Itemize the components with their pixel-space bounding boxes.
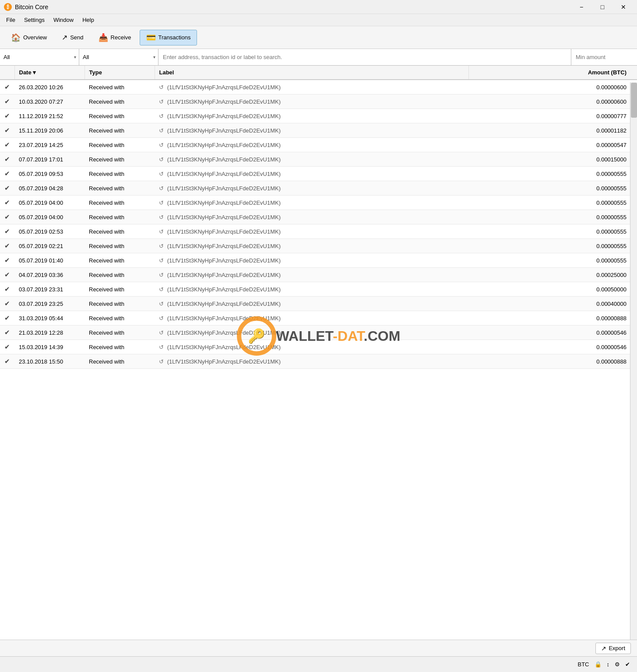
label-icon: ↺ — [159, 84, 164, 91]
table-row[interactable]: ✔ 03.07.2019 23:31 Received with ↺ (1LfV… — [0, 282, 637, 297]
label-address: (1LfV1tSt3KNyHpFJnAzrqsLFdeD2EvU1MK) — [167, 329, 281, 336]
row-label: ↺ (1LfV1tSt3KNyHpFJnAzrqsLFdeD2EvU1MK) — [155, 282, 468, 297]
row-type: Received with — [84, 210, 155, 224]
row-label: ↺ (1LfV1tSt3KNyHpFJnAzrqsLFdeD2EvU1MK) — [155, 268, 468, 282]
main-content: All ▾ All ▾ Date ▾ Type Label Amount (BT… — [0, 49, 637, 672]
close-button[interactable]: ✕ — [613, 0, 633, 14]
row-check: ✔ — [0, 326, 14, 340]
label-icon: ↺ — [159, 286, 164, 293]
table-row[interactable]: ✔ 05.07.2019 02:53 Received with ↺ (1LfV… — [0, 224, 637, 239]
row-label: ↺ (1LfV1tSt3KNyHpFJnAzrqsLFdeD2EvU1MK) — [155, 253, 468, 268]
row-date: 15.03.2019 14:39 — [14, 340, 84, 354]
row-label: ↺ (1LfV1tSt3KNyHpFJnAzrqsLFdeD2EvU1MK) — [155, 80, 468, 94]
search-input[interactable] — [158, 49, 571, 65]
row-check: ✔ — [0, 181, 14, 196]
row-amount: 0.00000777 — [468, 109, 637, 123]
table-row[interactable]: ✔ 15.03.2019 14:39 Received with ↺ (1LfV… — [0, 340, 637, 354]
table-row[interactable]: ✔ 05.07.2019 04:00 Received with ↺ (1LfV… — [0, 210, 637, 224]
row-date: 23.10.2018 15:50 — [14, 354, 84, 369]
row-type: Received with — [84, 138, 155, 152]
toolbar-btn-send[interactable]: ↗ Send — [55, 30, 90, 46]
network-icon: ↕ — [607, 661, 610, 668]
label-address: (1LfV1tSt3KNyHpFJnAzrqsLFdeD2EvU1MK) — [167, 200, 281, 206]
label-icon: ↺ — [159, 272, 164, 278]
col-header-amount[interactable]: Amount (BTC) — [468, 66, 637, 80]
row-check: ✔ — [0, 123, 14, 138]
row-check: ✔ — [0, 268, 14, 282]
table-row[interactable]: ✔ 23.10.2018 15:50 Received with ↺ (1LfV… — [0, 354, 637, 369]
minamount-input[interactable] — [571, 49, 637, 65]
table-body: ✔ 26.03.2020 10:26 Received with ↺ (1LfV… — [0, 80, 637, 369]
table-row[interactable]: ✔ 26.03.2020 10:26 Received with ↺ (1LfV… — [0, 80, 637, 94]
table-row[interactable]: ✔ 05.07.2019 04:00 Received with ↺ (1LfV… — [0, 196, 637, 210]
row-date: 05.07.2019 09:53 — [14, 167, 84, 181]
row-type: Received with — [84, 354, 155, 369]
app-icon: ₿ — [4, 3, 12, 11]
row-check: ✔ — [0, 311, 14, 326]
date-filter[interactable]: All — [79, 49, 158, 66]
row-amount: 0.00000555 — [468, 196, 637, 210]
table-row[interactable]: ✔ 21.03.2019 12:28 Received with ↺ (1LfV… — [0, 326, 637, 340]
col-header-type[interactable]: Type — [84, 66, 155, 80]
table-row[interactable]: ✔ 05.07.2019 04:28 Received with ↺ (1LfV… — [0, 181, 637, 196]
col-header-label[interactable]: Label — [155, 66, 468, 80]
table-row[interactable]: ✔ 10.03.2020 07:27 Received with ↺ (1LfV… — [0, 94, 637, 109]
transactions-icon: 💳 — [146, 33, 156, 42]
table-row[interactable]: ✔ 04.07.2019 03:36 Received with ↺ (1LfV… — [0, 268, 637, 282]
sync-check-icon: ✔ — [625, 661, 630, 668]
menu-help[interactable]: Help — [78, 15, 99, 25]
label-icon: ↺ — [159, 185, 164, 192]
table-row[interactable]: ✔ 23.07.2019 14:25 Received with ↺ (1LfV… — [0, 138, 637, 152]
scroll-thumb — [631, 83, 637, 118]
row-date: 05.07.2019 02:53 — [14, 224, 84, 239]
label-icon: ↺ — [159, 228, 164, 235]
row-label: ↺ (1LfV1tSt3KNyHpFJnAzrqsLFdeD2EvU1MK) — [155, 196, 468, 210]
row-type: Received with — [84, 282, 155, 297]
menu-settings[interactable]: Settings — [20, 15, 49, 25]
row-amount: 0.00000555 — [468, 167, 637, 181]
scrollbar[interactable] — [630, 82, 637, 640]
row-check: ✔ — [0, 224, 14, 239]
maximize-button[interactable]: □ — [592, 0, 612, 14]
row-amount: 0.00000555 — [468, 239, 637, 253]
table-row[interactable]: ✔ 31.03.2019 05:44 Received with ↺ (1LfV… — [0, 311, 637, 326]
label-address: (1LfV1tSt3KNyHpFJnAzrqsLFdeD2EvU1MK) — [167, 185, 281, 192]
table-row[interactable]: ✔ 05.07.2019 01:40 Received with ↺ (1LfV… — [0, 253, 637, 268]
menu-window[interactable]: Window — [49, 15, 78, 25]
row-date: 04.07.2019 03:36 — [14, 268, 84, 282]
table-row[interactable]: ✔ 15.11.2019 20:06 Received with ↺ (1LfV… — [0, 123, 637, 138]
export-button[interactable]: ↗ Export — [595, 643, 631, 654]
export-icon: ↗ — [601, 645, 606, 652]
table-row[interactable]: ✔ 05.07.2019 02:21 Received with ↺ (1LfV… — [0, 239, 637, 253]
table-row[interactable]: ✔ 07.07.2019 17:01 Received with ↺ (1LfV… — [0, 152, 637, 167]
toolbar-btn-transactions[interactable]: 💳 Transactions — [140, 30, 197, 46]
toolbar-btn-receive[interactable]: 📥 Receive — [92, 30, 138, 46]
row-date: 31.03.2019 05:44 — [14, 311, 84, 326]
row-type: Received with — [84, 181, 155, 196]
table-row[interactable]: ✔ 03.07.2019 23:25 Received with ↺ (1LfV… — [0, 297, 637, 311]
row-type: Received with — [84, 340, 155, 354]
row-amount: 0.00000546 — [468, 326, 637, 340]
row-type: Received with — [84, 94, 155, 109]
app-title: Bitcoin Core — [15, 4, 571, 10]
row-amount: 0.00050000 — [468, 282, 637, 297]
table-row[interactable]: ✔ 11.12.2019 21:52 Received with ↺ (1LfV… — [0, 109, 637, 123]
table-row[interactable]: ✔ 05.07.2019 09:53 Received with ↺ (1LfV… — [0, 167, 637, 181]
currency-label: BTC — [578, 661, 589, 668]
row-label: ↺ (1LfV1tSt3KNyHpFJnAzrqsLFdeD2EvU1MK) — [155, 326, 468, 340]
table-header: Date ▾ Type Label Amount (BTC) — [0, 66, 637, 80]
row-amount: 0.00000888 — [468, 311, 637, 326]
label-address: (1LfV1tSt3KNyHpFJnAzrqsLFdeD2EvU1MK) — [167, 272, 281, 278]
label-address: (1LfV1tSt3KNyHpFJnAzrqsLFdeD2EvU1MK) — [167, 113, 281, 119]
row-date: 15.11.2019 20:06 — [14, 123, 84, 138]
col-header-date[interactable]: Date ▾ — [14, 66, 84, 80]
menu-file[interactable]: File — [2, 15, 20, 25]
label-icon: ↺ — [159, 98, 164, 105]
label-address: (1LfV1tSt3KNyHpFJnAzrqsLFdeD2EvU1MK) — [167, 214, 281, 220]
toolbar-btn-overview[interactable]: 🏠 Overview — [4, 30, 53, 46]
label-address: (1LfV1tSt3KNyHpFJnAzrqsLFdeD2EvU1MK) — [167, 315, 281, 322]
minimize-button[interactable]: − — [571, 0, 591, 14]
row-date: 21.03.2019 12:28 — [14, 326, 84, 340]
row-amount: 0.00000555 — [468, 253, 637, 268]
type-filter[interactable]: All — [0, 49, 79, 66]
